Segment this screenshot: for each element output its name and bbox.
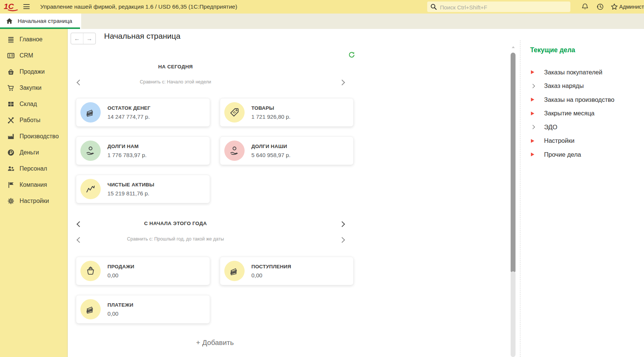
scrollbar-track[interactable] [511, 271, 516, 357]
warehouse-icon [7, 100, 15, 108]
debtor-icon [85, 145, 96, 156]
crm-icon [7, 52, 15, 59]
section-ytd-title: С НАЧАЛА ЭТОГО ГОДА [76, 221, 275, 226]
card-net-assets[interactable]: ЧИСТЫЕ АКТИВЫ 15 219 811,76 р. [76, 175, 210, 203]
notifications-bell-icon[interactable] [581, 3, 589, 11]
section-today-compare[interactable]: Сравнить с: Начало этой недели [76, 79, 275, 85]
card-payments[interactable]: ПЛАТЕЖИ 0,00 [76, 295, 210, 324]
basket-icon [85, 265, 96, 277]
todo-item-settings[interactable]: Настройки [520, 134, 644, 148]
card-circle [80, 141, 101, 161]
card-circle [80, 179, 101, 199]
tab-label: Начальная страница [18, 14, 72, 29]
todo-item-customer-orders[interactable]: Заказы покупателей [520, 65, 644, 79]
svg-text:1С: 1С [4, 2, 14, 11]
list-icon [7, 36, 15, 43]
card-cash-balance[interactable]: ОСТАТОК ДЕНЕГ 14 247 774,77 р. [76, 98, 210, 127]
price-tag-icon [229, 107, 240, 118]
compare-next-chevron[interactable] [339, 80, 345, 86]
1c-logo-icon[interactable]: 1С [4, 2, 19, 12]
window-title: Управление нашей фирмой, редакция 1.6 / … [40, 0, 237, 14]
sidebar-item-warehouse[interactable]: Склад [0, 96, 67, 112]
todo-item-production-orders[interactable]: Заказы на производство [520, 93, 644, 107]
back-button[interactable]: ← [71, 33, 83, 44]
add-widget-link[interactable]: + Добавить [76, 339, 354, 347]
search-box [427, 2, 570, 12]
todo-item-other[interactable]: Прочие дела [520, 148, 644, 162]
todo-item-work-orders[interactable]: Заказ наряды [520, 79, 644, 93]
staff-icon [7, 165, 15, 172]
debtor-icon [229, 145, 240, 156]
forward-button[interactable]: → [83, 33, 95, 44]
company-icon [7, 181, 15, 189]
card-our-debts[interactable]: ДОЛГИ НАШИ 5 640 958,97 р. [220, 136, 354, 165]
sidebar-item-staff[interactable]: Персонал [0, 160, 67, 177]
money-stack-icon [229, 265, 240, 277]
section-today-title: НА СЕГОДНЯ [76, 64, 275, 70]
todo-item-edo[interactable]: ЭДО [520, 120, 644, 134]
current-user[interactable]: Администратор [619, 0, 644, 14]
works-icon [7, 116, 15, 124]
card-circle [224, 141, 245, 161]
card-debts-to-us[interactable]: ДОЛГИ НАМ 1 776 783,97 р. [76, 136, 210, 165]
sidebar-item-company[interactable]: Компания [0, 177, 67, 193]
todo-item-month-closing[interactable]: Закрытие месяца [520, 107, 644, 121]
red-triangle-icon [531, 112, 538, 115]
refresh-icon[interactable] [348, 51, 355, 58]
todo-panel: Текущие дела Заказы покупателей Заказ на… [520, 40, 644, 357]
sales-icon [7, 68, 15, 76]
sidebar-item-sales[interactable]: Продажи [0, 64, 67, 80]
page-title: Начальная страница [104, 32, 180, 41]
sidebar-item-settings[interactable]: Настройки [0, 193, 67, 209]
section-ytd-compare[interactable]: Сравнить с: Прошлый год, до такой же дат… [76, 236, 275, 242]
card-circle [224, 261, 245, 281]
main-menu-icon[interactable] [23, 4, 30, 9]
card-goods[interactable]: ТОВАРЫ 1 721 926,80 р. [220, 98, 354, 127]
top-bar: 1С Управление нашей фирмой, редакция 1.6… [0, 0, 644, 14]
purchases-icon [7, 84, 15, 92]
tab-home-page[interactable]: Начальная страница [0, 14, 81, 29]
history-nav-buttons: ← → [71, 33, 96, 44]
sidebar-item-crm[interactable]: CRM [0, 47, 67, 64]
scrollbar-up-arrow[interactable] [512, 46, 515, 48]
scrollbar-thumb[interactable] [511, 53, 516, 273]
sidebar-item-production[interactable]: Производство [0, 128, 67, 144]
history-icon[interactable] [596, 3, 604, 11]
favorites-star-icon[interactable] [610, 3, 618, 11]
red-triangle-icon [531, 98, 538, 101]
red-triangle-icon [531, 70, 538, 74]
main-content: ← → Начальная страница НА СЕГОДНЯ Сравни… [68, 29, 644, 357]
chevron-right-icon [531, 126, 538, 129]
search-icon [430, 3, 437, 10]
compare-next-chevron[interactable] [339, 237, 345, 243]
chart-line-icon [85, 183, 96, 195]
section-next-chevron[interactable] [339, 221, 345, 227]
production-icon [7, 133, 15, 140]
ytd-cards-grid: ПРОДАЖИ 0,00 ПОСТУПЛЕНИЯ 0,00 ПЛАТЕЖИ [76, 257, 354, 324]
red-triangle-icon [531, 139, 538, 143]
card-receipts[interactable]: ПОСТУПЛЕНИЯ 0,00 [220, 257, 354, 285]
money-stack-icon [85, 107, 96, 118]
app-window: 1С Управление нашей фирмой, редакция 1.6… [0, 0, 644, 357]
chevron-right-icon [531, 85, 538, 88]
money-stack-icon [85, 304, 96, 315]
sidebar-item-purchases[interactable]: Закупки [0, 80, 67, 96]
sidebar-item-works[interactable]: Работы [0, 112, 67, 128]
tab-bar: Начальная страница [0, 14, 644, 29]
card-circle [80, 299, 101, 319]
card-sales[interactable]: ПРОДАЖИ 0,00 [76, 257, 210, 285]
sidebar: Главное CRM Продажи Закупки Склад Работы [0, 29, 68, 357]
home-icon [6, 18, 13, 26]
sidebar-item-main[interactable]: Главное [0, 31, 67, 47]
settings-icon [7, 197, 15, 205]
card-circle [80, 261, 101, 281]
today-cards-grid: ОСТАТОК ДЕНЕГ 14 247 774,77 р. ТОВАРЫ 1 … [76, 98, 354, 203]
todo-panel-title: Текущие дела [530, 46, 644, 54]
red-triangle-icon [531, 153, 538, 156]
search-input[interactable] [439, 2, 568, 13]
money-icon [7, 149, 15, 156]
card-circle [80, 102, 101, 123]
sidebar-item-money[interactable]: Деньги [0, 144, 67, 160]
card-circle [224, 102, 245, 123]
